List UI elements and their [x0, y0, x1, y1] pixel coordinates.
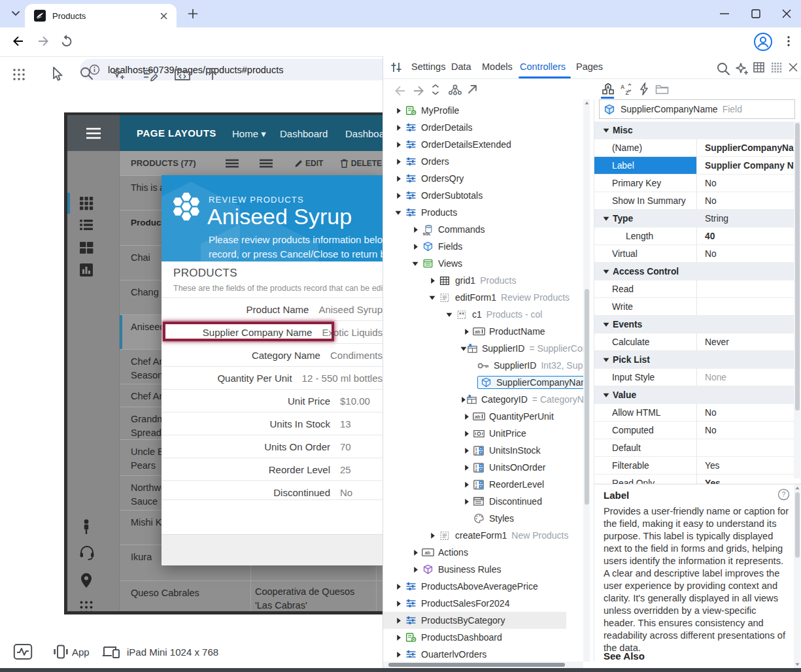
props-scrollbar-thumb[interactable]	[795, 123, 800, 411]
section-collapse-icon[interactable]	[600, 127, 612, 133]
tree-item-ProductSalesFor2024[interactable]: ProductSalesFor2024	[383, 595, 585, 612]
property-row-length[interactable]: Length40	[594, 227, 794, 245]
product-row-11[interactable]: Queso CabralesCooperativa de Quesos 'Las…	[120, 580, 383, 611]
section-collapse-icon[interactable]	[600, 392, 612, 398]
modal-field-supplier-company-name[interactable]: Supplier Company NameExotic Liquids	[162, 320, 383, 343]
tree-item-Views[interactable]: Views	[383, 255, 585, 272]
property-row-label[interactable]: LabelSupplier Company Name	[594, 157, 794, 175]
property-value[interactable]: Yes	[697, 457, 794, 474]
tree-expander-icon[interactable]	[460, 397, 466, 403]
tab-data[interactable]: Data	[451, 61, 471, 72]
tree-item-SupplierCompanyName[interactable]: SupplierCompanyName	[383, 374, 585, 391]
property-row-value[interactable]: Value	[594, 386, 794, 404]
cards-view-icon[interactable]	[78, 240, 94, 256]
open-external-icon[interactable]	[467, 83, 479, 95]
props-scrollbar[interactable]	[794, 122, 800, 479]
browser-tab[interactable]: Products	[25, 4, 177, 27]
tree-item-UnitsInStock[interactable]: 12UnitsInStock	[383, 442, 585, 459]
scroll-up-icon[interactable]	[585, 101, 589, 105]
tree-scrollbar[interactable]	[583, 99, 590, 662]
tree-item-grid1[interactable]: grid1Products	[383, 272, 585, 289]
tree-expander-icon[interactable]	[392, 108, 404, 114]
see-also-label[interactable]: See Also	[604, 650, 645, 662]
tree-item-Discontinued[interactable]: Discontinued	[383, 493, 585, 510]
window-maximize-icon[interactable]	[750, 8, 762, 20]
tab-pages[interactable]: Pages	[576, 61, 603, 72]
modal-field-units-on-order[interactable]: Units On Order70	[162, 435, 383, 458]
table-view-icon[interactable]	[753, 61, 765, 73]
app-mode-icon[interactable]	[52, 645, 69, 659]
sort-az-icon[interactable]: AZ	[620, 83, 633, 95]
tree-expander-icon[interactable]	[392, 618, 404, 624]
help-scrollbar-thumb[interactable]	[795, 492, 800, 558]
tree-expander-icon[interactable]	[392, 652, 404, 658]
search-icon[interactable]	[79, 66, 94, 81]
tree-expander-icon[interactable]	[392, 601, 404, 607]
modal-field-product-name[interactable]: Product NameAniseed Syrup	[162, 297, 383, 320]
tree-item-editForm1[interactable]: editForm1Review Products	[383, 289, 585, 306]
profile-avatar[interactable]	[753, 32, 773, 52]
property-row-show-in-summary[interactable]: Show In SummaryNo	[594, 192, 794, 210]
person-icon[interactable]	[79, 518, 94, 535]
nav-dashboard[interactable]: Dashboard	[280, 128, 328, 139]
tree-item-CategoryID[interactable]: CategoryID= CategoryName	[383, 391, 585, 408]
publish-icon[interactable]	[205, 66, 220, 82]
nav-home[interactable]: Home ▾	[232, 128, 266, 140]
tree-item-QuarterlyOrders[interactable]: QuarterlyOrders	[383, 646, 585, 658]
tree-scrollbar-thumb[interactable]	[585, 289, 589, 505]
tree-expander-icon[interactable]	[409, 567, 421, 573]
property-row-default[interactable]: Default	[594, 439, 794, 457]
device-label[interactable]: iPad Mini 1024 x 768	[127, 647, 218, 658]
tree-item-Actions[interactable]: abActions	[383, 544, 585, 561]
help-scroll-down-icon[interactable]	[795, 662, 800, 667]
tree-expander-icon[interactable]	[460, 346, 467, 352]
property-row-filterable[interactable]: FilterableYes	[594, 457, 794, 475]
section-collapse-icon[interactable]	[600, 322, 612, 328]
property-value[interactable]: No	[697, 245, 794, 262]
tree-expander-icon[interactable]	[392, 176, 404, 182]
tab-close-icon[interactable]	[159, 11, 169, 21]
property-value[interactable]: SupplierCompanyName	[697, 139, 794, 156]
tree-item-Orders[interactable]: Orders	[383, 153, 585, 170]
property-row-primary-key[interactable]: Primary KeyNo	[594, 175, 794, 192]
menu-bars-icon[interactable]	[225, 159, 239, 168]
tree-item-OrderSubtotals[interactable]: OrderSubtotals	[383, 187, 585, 204]
browser-menu-icon[interactable]	[783, 34, 794, 48]
modal-field-unit-price[interactable]: Unit Price$10.00	[162, 389, 383, 412]
modal-field-reorder-level[interactable]: Reorder Level25	[162, 458, 383, 480]
tree-expander-icon[interactable]	[392, 635, 404, 641]
tree-expander-icon[interactable]	[460, 448, 472, 454]
tree-item-Fields[interactable]: Fields	[383, 238, 585, 255]
menu-bars2-icon[interactable]	[259, 159, 273, 168]
tree-item-ProductsByCategory[interactable]: ProductsByCategory	[383, 612, 566, 629]
panel-search-icon[interactable]	[716, 61, 731, 76]
collapse-all-icon[interactable]	[430, 84, 441, 95]
tree-item-createForm1[interactable]: createForm1New Products	[383, 527, 585, 544]
property-row-pick-list[interactable]: Pick List	[594, 351, 794, 369]
section-collapse-icon[interactable]	[600, 357, 612, 363]
tree-item-ReorderLevel[interactable]: 12ReorderLevel	[383, 476, 585, 493]
tree-item-OrderDetails[interactable]: OrderDetails	[383, 119, 585, 136]
tree-item-Styles[interactable]: Styles	[383, 510, 585, 527]
tree-expander-icon[interactable]	[426, 533, 438, 539]
folder-code-icon[interactable]	[173, 67, 192, 82]
device-select-icon[interactable]	[101, 645, 121, 660]
property-row-events[interactable]: Events	[594, 316, 794, 333]
nav-dashboard-2[interactable]: Dashboard	[345, 128, 383, 139]
modal-field-units-in-stock[interactable]: Units In Stock13	[162, 412, 383, 435]
tree-hscrollbar[interactable]	[383, 662, 583, 668]
tree-expander-icon[interactable]	[460, 482, 472, 488]
events-icon[interactable]	[639, 82, 649, 95]
tree-expander-icon[interactable]	[409, 550, 421, 556]
hierarchy-icon[interactable]	[448, 83, 462, 96]
tree-forward-icon[interactable]	[411, 83, 426, 99]
forward-icon[interactable]	[35, 33, 51, 49]
app-mode-label[interactable]: App	[72, 647, 90, 658]
property-row-read[interactable]: Read	[594, 280, 794, 298]
grid-view-icon[interactable]	[78, 195, 94, 211]
tree-item-ProductsAboveAveragePrice[interactable]: ProductsAboveAveragePrice	[383, 578, 585, 595]
tree-expander-icon[interactable]	[426, 295, 438, 301]
tree-expander-icon[interactable]	[409, 227, 421, 233]
property-value[interactable]: 40	[697, 227, 794, 244]
tree-expander-icon[interactable]	[392, 584, 404, 590]
